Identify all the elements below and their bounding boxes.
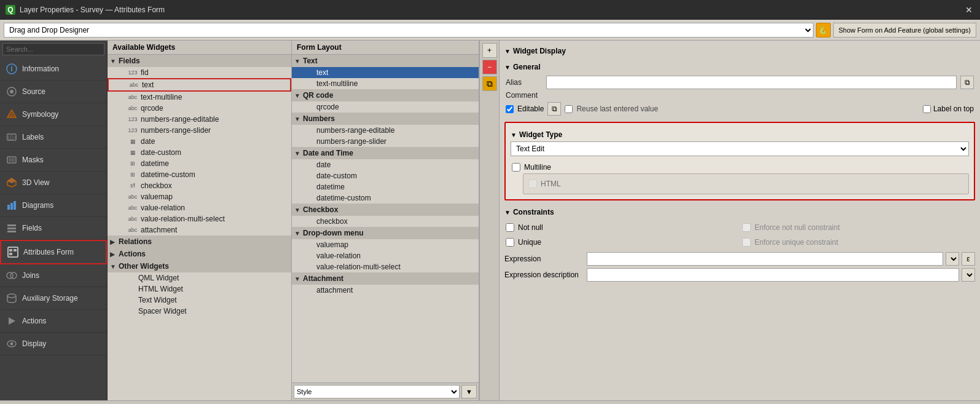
- not-null-checkbox[interactable]: [506, 223, 514, 232]
- relations-group[interactable]: ▶ Relations: [108, 236, 291, 248]
- sidebar-item-attributes-form[interactable]: Attributes Form: [0, 240, 107, 264]
- multiline-checkbox[interactable]: [512, 163, 520, 172]
- expression-epsilon-button[interactable]: ε: [962, 252, 975, 266]
- expression-desc-dropdown[interactable]: ▼: [962, 268, 975, 282]
- field-numbers-range-slider[interactable]: 123 numbers-range-slider: [108, 125, 291, 136]
- style-dropdown-btn[interactable]: ▼: [461, 385, 477, 398]
- form-layout-with-buttons: Form Layout ▼ Text text: [292, 41, 499, 400]
- attachment-form-group[interactable]: ▼ Attachment: [292, 272, 479, 285]
- enforce-unique-checkbox[interactable]: [742, 238, 751, 247]
- sidebar-item-diagrams[interactable]: Diagrams: [0, 194, 107, 217]
- enforce-not-null-checkbox[interactable]: [742, 223, 751, 232]
- form-checkbox-item[interactable]: checkbox: [292, 216, 479, 227]
- form-text-item[interactable]: text: [292, 67, 479, 78]
- label-on-top-checkbox[interactable]: [923, 105, 931, 113]
- form-qrcode-item[interactable]: qrcode: [292, 101, 479, 113]
- other-spacer-widget[interactable]: Spacer Widget: [108, 306, 291, 317]
- form-attachment-item[interactable]: attachment: [292, 285, 479, 296]
- html-checkbox[interactable]: [528, 180, 537, 188]
- sidebar-item-actions[interactable]: Actions: [0, 310, 107, 333]
- field-datetime[interactable]: ⊞ datetime: [108, 158, 291, 169]
- numbers-form-group[interactable]: ▼ Numbers: [292, 113, 479, 125]
- other-text-widget[interactable]: Text Widget: [108, 295, 291, 306]
- alias-input[interactable]: [546, 76, 957, 89]
- datetime-custom-icon: ⊞: [127, 172, 138, 178]
- field-value-relation[interactable]: abc value-relation: [108, 202, 291, 213]
- sidebar-item-3dview[interactable]: 3D View: [0, 172, 107, 194]
- constraints-header[interactable]: ▼ Constraints: [504, 205, 975, 219]
- field-qrcode[interactable]: abc qrcode: [108, 103, 291, 114]
- sidebar-item-source[interactable]: Source: [0, 81, 107, 103]
- form-value-relation-multi-item[interactable]: value-relation-multi-select: [292, 261, 479, 272]
- actions-group[interactable]: ▶ Actions: [108, 248, 291, 260]
- field-value-relation-multi-label: value-relation-multi-select: [141, 215, 289, 223]
- sidebar-item-display[interactable]: Display: [0, 333, 107, 355]
- reuse-last-checkbox[interactable]: [565, 105, 573, 113]
- sidebar-item-symbology[interactable]: Symbology: [0, 103, 107, 126]
- expression-desc-input[interactable]: [587, 268, 959, 282]
- style-dropdown[interactable]: Style: [294, 385, 460, 398]
- show-form-button[interactable]: Show Form on Add Feature (global setting…: [833, 23, 976, 38]
- field-date-custom[interactable]: ▦ date-custom: [108, 147, 291, 158]
- sidebar-item-labels[interactable]: abc Labels: [0, 126, 107, 149]
- move-button[interactable]: ⧉: [482, 76, 497, 91]
- sidebar-item-information[interactable]: i Information: [0, 58, 107, 81]
- sidebar-item-auxiliary-storage[interactable]: Auxiliary Storage: [0, 287, 107, 310]
- dropdown-form-group[interactable]: ▼ Drop-down menu: [292, 227, 479, 239]
- qr-form-group-label: QR code: [303, 91, 476, 100]
- add-tab-button[interactable]: +: [482, 43, 497, 58]
- expression-input[interactable]: [587, 252, 943, 266]
- expression-dropdown[interactable]: ▼: [946, 252, 959, 266]
- field-text-multiline[interactable]: abc text-multiline: [108, 92, 291, 103]
- designer-dropdown[interactable]: Drag and Drop Designer: [4, 23, 813, 38]
- form-date-custom-item[interactable]: date-custom: [292, 170, 479, 181]
- sidebar-item-joins[interactable]: Joins: [0, 264, 107, 287]
- widget-type-dropdown[interactable]: Text Edit Date/Time Checkbox Value Map V…: [511, 141, 969, 156]
- form-date-item[interactable]: date: [292, 159, 479, 170]
- field-qrcode-label: qrcode: [141, 104, 289, 113]
- text-form-group[interactable]: ▼ Text: [292, 55, 479, 67]
- editable-icon-button[interactable]: ⧉: [547, 102, 561, 116]
- checkbox-form-group[interactable]: ▼ Checkbox: [292, 204, 479, 216]
- remove-item-button[interactable]: −: [482, 60, 497, 74]
- other-qml-widget[interactable]: QML Widget: [108, 272, 291, 283]
- general-header[interactable]: ▼ General: [504, 60, 975, 74]
- widget-display-header[interactable]: ▼ Widget Display: [504, 44, 975, 58]
- field-date[interactable]: ▦ date: [108, 136, 291, 147]
- field-numbers-range-editable[interactable]: 123 numbers-range-editable: [108, 114, 291, 125]
- unique-checkbox[interactable]: [506, 238, 514, 247]
- python-button[interactable]: 🐍: [816, 23, 831, 38]
- 3dview-icon: [5, 176, 18, 189]
- sidebar-item-fields[interactable]: Fields: [0, 217, 107, 240]
- other-html-widget[interactable]: HTML Widget: [108, 283, 291, 295]
- sidebar-search-input[interactable]: [2, 43, 104, 55]
- other-widgets-group[interactable]: ▼ Other Widgets: [108, 260, 291, 272]
- fields-group-arrow: ▼: [110, 58, 119, 65]
- field-fid[interactable]: 123 fid: [108, 67, 291, 78]
- field-valuemap[interactable]: abc valuemap: [108, 191, 291, 202]
- field-datetime-custom[interactable]: ⊞ datetime-custom: [108, 169, 291, 180]
- widget-type-header[interactable]: ▼ Widget Type: [511, 128, 969, 141]
- qr-form-group[interactable]: ▼ QR code: [292, 89, 479, 101]
- editable-checkbox[interactable]: [506, 105, 514, 113]
- alias-copy-button[interactable]: ⧉: [960, 76, 974, 89]
- enforce-not-null-label: Enforce not null constraint: [755, 223, 840, 232]
- form-text-multiline-item[interactable]: text-multiline: [292, 78, 479, 89]
- label-on-top-container: Label on top: [923, 105, 974, 113]
- close-button[interactable]: ✕: [963, 4, 975, 16]
- field-checkbox[interactable]: t/f checkbox: [108, 180, 291, 191]
- field-text[interactable]: abc text: [108, 78, 291, 92]
- form-numbers-range-editable-item[interactable]: numbers-range-editable: [292, 125, 479, 136]
- date-form-group[interactable]: ▼ Date and Time: [292, 147, 479, 159]
- sidebar-item-masks[interactable]: Masks: [0, 149, 107, 172]
- field-attachment[interactable]: abc attachment: [108, 224, 291, 236]
- form-value-relation-item[interactable]: value-relation: [292, 250, 479, 261]
- form-valuemap-item[interactable]: valuemap: [292, 239, 479, 250]
- sidebar-search-container: [0, 41, 107, 58]
- form-datetime-item[interactable]: datetime: [292, 181, 479, 192]
- form-datetime-custom-item[interactable]: datetime-custom: [292, 192, 479, 204]
- field-value-relation-multi-select[interactable]: abc value-relation-multi-select: [108, 213, 291, 224]
- form-layout-inner: ▼ Text text text-multiline: [292, 55, 479, 382]
- form-numbers-range-slider-item[interactable]: numbers-range-slider: [292, 136, 479, 147]
- fields-group[interactable]: ▼ Fields: [108, 55, 291, 67]
